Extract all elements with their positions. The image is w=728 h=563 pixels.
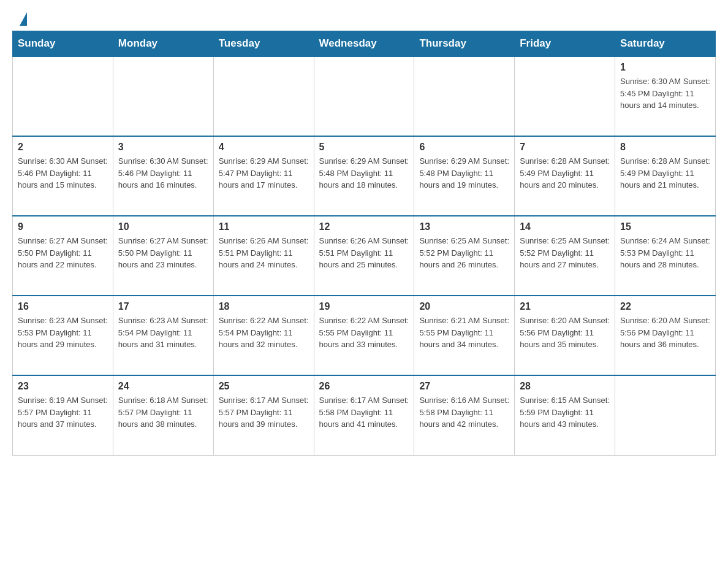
- calendar-day-cell: 5Sunrise: 6:29 AM Sunset: 5:48 PM Daylig…: [314, 136, 414, 216]
- calendar-week-row: 16Sunrise: 6:23 AM Sunset: 5:53 PM Dayli…: [13, 296, 716, 375]
- day-info: Sunrise: 6:29 AM Sunset: 5:48 PM Dayligh…: [419, 155, 509, 191]
- column-header-sunday: Sunday: [13, 31, 113, 57]
- calendar-day-cell: 10Sunrise: 6:27 AM Sunset: 5:50 PM Dayli…: [113, 216, 213, 296]
- page-header: [0, 0, 728, 31]
- calendar-day-cell: 28Sunrise: 6:15 AM Sunset: 5:59 PM Dayli…: [515, 375, 615, 455]
- calendar-table: SundayMondayTuesdayWednesdayThursdayFrid…: [12, 31, 716, 456]
- day-info: Sunrise: 6:21 AM Sunset: 5:55 PM Dayligh…: [419, 315, 509, 351]
- calendar-day-cell: [515, 56, 615, 136]
- calendar-day-cell: 11Sunrise: 6:26 AM Sunset: 5:51 PM Dayli…: [213, 216, 314, 296]
- day-info: Sunrise: 6:30 AM Sunset: 5:46 PM Dayligh…: [118, 155, 208, 191]
- day-info: Sunrise: 6:20 AM Sunset: 5:56 PM Dayligh…: [620, 315, 710, 351]
- calendar-day-cell: 23Sunrise: 6:19 AM Sunset: 5:57 PM Dayli…: [13, 375, 113, 455]
- day-info: Sunrise: 6:29 AM Sunset: 5:48 PM Dayligh…: [319, 155, 409, 191]
- column-header-wednesday: Wednesday: [314, 31, 414, 57]
- day-info: Sunrise: 6:22 AM Sunset: 5:54 PM Dayligh…: [219, 315, 309, 351]
- day-info: Sunrise: 6:28 AM Sunset: 5:49 PM Dayligh…: [620, 155, 710, 191]
- day-number: 26: [319, 381, 409, 392]
- day-number: 13: [419, 221, 509, 232]
- calendar-day-cell: 16Sunrise: 6:23 AM Sunset: 5:53 PM Dayli…: [13, 296, 113, 375]
- logo: [18, 11, 27, 25]
- calendar-day-cell: [113, 56, 213, 136]
- column-header-friday: Friday: [515, 31, 615, 57]
- day-number: 27: [419, 381, 509, 392]
- calendar-day-cell: 9Sunrise: 6:27 AM Sunset: 5:50 PM Daylig…: [13, 216, 113, 296]
- calendar-day-cell: [314, 56, 414, 136]
- day-info: Sunrise: 6:20 AM Sunset: 5:56 PM Dayligh…: [520, 315, 610, 351]
- day-number: 22: [620, 301, 710, 312]
- calendar-day-cell: 6Sunrise: 6:29 AM Sunset: 5:48 PM Daylig…: [414, 136, 515, 216]
- day-info: Sunrise: 6:23 AM Sunset: 5:53 PM Dayligh…: [18, 315, 108, 351]
- calendar-day-cell: [13, 56, 113, 136]
- calendar-day-cell: 15Sunrise: 6:24 AM Sunset: 5:53 PM Dayli…: [615, 216, 716, 296]
- day-info: Sunrise: 6:30 AM Sunset: 5:45 PM Dayligh…: [620, 75, 710, 112]
- day-info: Sunrise: 6:15 AM Sunset: 5:59 PM Dayligh…: [520, 394, 610, 431]
- calendar-day-cell: 3Sunrise: 6:30 AM Sunset: 5:46 PM Daylig…: [113, 136, 213, 216]
- day-info: Sunrise: 6:26 AM Sunset: 5:51 PM Dayligh…: [219, 235, 309, 271]
- day-number: 3: [118, 142, 208, 153]
- day-number: 12: [319, 221, 409, 232]
- calendar-day-cell: 2Sunrise: 6:30 AM Sunset: 5:46 PM Daylig…: [13, 136, 113, 216]
- calendar-day-cell: [213, 56, 314, 136]
- day-info: Sunrise: 6:24 AM Sunset: 5:53 PM Dayligh…: [620, 235, 710, 271]
- day-number: 11: [219, 221, 309, 232]
- day-number: 18: [219, 301, 309, 312]
- day-number: 4: [219, 142, 309, 153]
- calendar-day-cell: 18Sunrise: 6:22 AM Sunset: 5:54 PM Dayli…: [213, 296, 314, 375]
- day-info: Sunrise: 6:16 AM Sunset: 5:58 PM Dayligh…: [419, 394, 509, 431]
- calendar-header-row: SundayMondayTuesdayWednesdayThursdayFrid…: [13, 31, 716, 57]
- day-number: 20: [419, 301, 509, 312]
- day-number: 14: [520, 221, 610, 232]
- calendar-day-cell: 27Sunrise: 6:16 AM Sunset: 5:58 PM Dayli…: [414, 375, 515, 455]
- calendar-body: 1Sunrise: 6:30 AM Sunset: 5:45 PM Daylig…: [13, 56, 716, 455]
- calendar-day-cell: 4Sunrise: 6:29 AM Sunset: 5:47 PM Daylig…: [213, 136, 314, 216]
- calendar-day-cell: [615, 375, 716, 455]
- day-info: Sunrise: 6:26 AM Sunset: 5:51 PM Dayligh…: [319, 235, 409, 271]
- day-info: Sunrise: 6:17 AM Sunset: 5:58 PM Dayligh…: [319, 394, 409, 431]
- day-info: Sunrise: 6:23 AM Sunset: 5:54 PM Dayligh…: [118, 315, 208, 351]
- day-number: 1: [620, 62, 710, 73]
- calendar-day-cell: 8Sunrise: 6:28 AM Sunset: 5:49 PM Daylig…: [615, 136, 716, 216]
- calendar-week-row: 2Sunrise: 6:30 AM Sunset: 5:46 PM Daylig…: [13, 136, 716, 216]
- calendar-day-cell: 26Sunrise: 6:17 AM Sunset: 5:58 PM Dayli…: [314, 375, 414, 455]
- day-info: Sunrise: 6:30 AM Sunset: 5:46 PM Dayligh…: [18, 155, 108, 191]
- day-info: Sunrise: 6:25 AM Sunset: 5:52 PM Dayligh…: [520, 235, 610, 271]
- day-info: Sunrise: 6:28 AM Sunset: 5:49 PM Dayligh…: [520, 155, 610, 191]
- day-number: 7: [520, 142, 610, 153]
- day-number: 16: [18, 301, 108, 312]
- calendar-week-row: 23Sunrise: 6:19 AM Sunset: 5:57 PM Dayli…: [13, 375, 716, 455]
- calendar-day-cell: [414, 56, 515, 136]
- calendar-day-cell: 25Sunrise: 6:17 AM Sunset: 5:57 PM Dayli…: [213, 375, 314, 455]
- day-info: Sunrise: 6:27 AM Sunset: 5:50 PM Dayligh…: [18, 235, 108, 271]
- calendar-week-row: 9Sunrise: 6:27 AM Sunset: 5:50 PM Daylig…: [13, 216, 716, 296]
- calendar-container: SundayMondayTuesdayWednesdayThursdayFrid…: [0, 31, 728, 468]
- calendar-day-cell: 21Sunrise: 6:20 AM Sunset: 5:56 PM Dayli…: [515, 296, 615, 375]
- column-header-thursday: Thursday: [414, 31, 515, 57]
- day-number: 25: [219, 381, 309, 392]
- day-number: 9: [18, 221, 108, 232]
- calendar-day-cell: 24Sunrise: 6:18 AM Sunset: 5:57 PM Dayli…: [113, 375, 213, 455]
- calendar-day-cell: 13Sunrise: 6:25 AM Sunset: 5:52 PM Dayli…: [414, 216, 515, 296]
- day-number: 8: [620, 142, 710, 153]
- calendar-week-row: 1Sunrise: 6:30 AM Sunset: 5:45 PM Daylig…: [13, 56, 716, 136]
- calendar-day-cell: 7Sunrise: 6:28 AM Sunset: 5:49 PM Daylig…: [515, 136, 615, 216]
- day-info: Sunrise: 6:25 AM Sunset: 5:52 PM Dayligh…: [419, 235, 509, 271]
- day-number: 28: [520, 381, 610, 392]
- column-header-saturday: Saturday: [615, 31, 716, 57]
- column-header-tuesday: Tuesday: [213, 31, 314, 57]
- day-number: 23: [18, 381, 108, 392]
- calendar-day-cell: 19Sunrise: 6:22 AM Sunset: 5:55 PM Dayli…: [314, 296, 414, 375]
- day-number: 5: [319, 142, 409, 153]
- day-number: 15: [620, 221, 710, 232]
- day-info: Sunrise: 6:27 AM Sunset: 5:50 PM Dayligh…: [118, 235, 208, 271]
- logo-triangle-icon: [20, 12, 27, 26]
- calendar-day-cell: 20Sunrise: 6:21 AM Sunset: 5:55 PM Dayli…: [414, 296, 515, 375]
- calendar-day-cell: 14Sunrise: 6:25 AM Sunset: 5:52 PM Dayli…: [515, 216, 615, 296]
- calendar-day-cell: 12Sunrise: 6:26 AM Sunset: 5:51 PM Dayli…: [314, 216, 414, 296]
- day-number: 17: [118, 301, 208, 312]
- day-number: 2: [18, 142, 108, 153]
- day-number: 6: [419, 142, 509, 153]
- day-info: Sunrise: 6:19 AM Sunset: 5:57 PM Dayligh…: [18, 394, 108, 431]
- day-number: 19: [319, 301, 409, 312]
- calendar-day-cell: 17Sunrise: 6:23 AM Sunset: 5:54 PM Dayli…: [113, 296, 213, 375]
